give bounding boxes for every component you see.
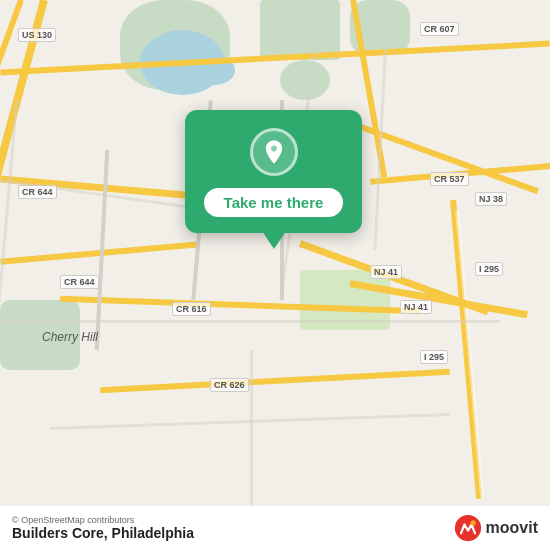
map-container: US 130 CR 607 CR 644 CR 644 CR 537 NJ 41… (0, 0, 550, 550)
svg-point-2 (470, 520, 475, 525)
attribution-text: © OpenStreetMap contributors (12, 515, 194, 525)
road-label-nj41b: NJ 41 (400, 300, 432, 314)
moovit-text: moovit (486, 519, 538, 537)
road-label-cr616: CR 616 (172, 302, 211, 316)
road-label-cr644b: CR 644 (60, 275, 99, 289)
road-label-us130: US 130 (18, 28, 56, 42)
location-icon-circle (250, 128, 298, 176)
take-me-there-button[interactable]: Take me there (204, 188, 344, 217)
moovit-logo: moovit (454, 514, 538, 542)
bottom-left: © OpenStreetMap contributors Builders Co… (12, 515, 194, 541)
place-name: Builders Core, Philadelphia (12, 525, 194, 541)
road-label-cr607: CR 607 (420, 22, 459, 36)
road-label-cr626: CR 626 (210, 378, 249, 392)
road-label-nj41a: NJ 41 (370, 265, 402, 279)
road-label-nj38: NJ 38 (475, 192, 507, 206)
svg-point-0 (271, 146, 277, 152)
road-label-cr644a: CR 644 (18, 185, 57, 199)
location-pin-icon (260, 138, 288, 166)
svg-point-1 (454, 515, 480, 541)
road-label-i295b: I 295 (420, 350, 448, 364)
road-label-i295a: I 295 (475, 262, 503, 276)
bottom-bar: © OpenStreetMap contributors Builders Co… (0, 505, 550, 550)
popup-card: Take me there (185, 110, 362, 233)
moovit-icon (454, 514, 482, 542)
road-label-cr537: CR 537 (430, 172, 469, 186)
cherry-hill-label: Cherry Hill (42, 330, 98, 344)
